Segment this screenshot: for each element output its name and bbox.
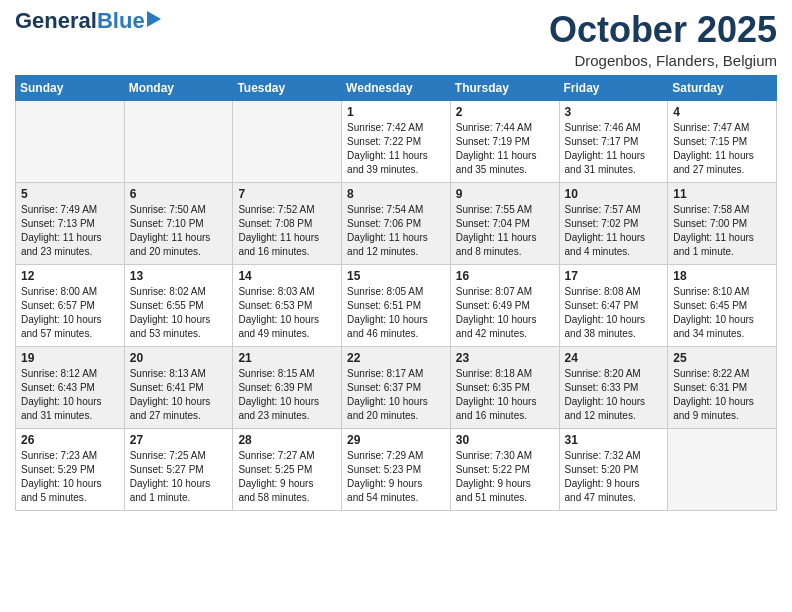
day-info: Sunrise: 8:13 AM Sunset: 6:41 PM Dayligh… (130, 367, 229, 423)
day-info: Sunrise: 8:20 AM Sunset: 6:33 PM Dayligh… (565, 367, 664, 423)
day-number: 28 (238, 433, 337, 447)
calendar-cell: 21Sunrise: 8:15 AM Sunset: 6:39 PM Dayli… (233, 346, 342, 428)
logo-general: General (15, 8, 97, 33)
calendar-cell: 4Sunrise: 7:47 AM Sunset: 7:15 PM Daylig… (668, 100, 777, 182)
day-info: Sunrise: 8:00 AM Sunset: 6:57 PM Dayligh… (21, 285, 120, 341)
day-number: 11 (673, 187, 772, 201)
day-number: 21 (238, 351, 337, 365)
calendar-cell: 6Sunrise: 7:50 AM Sunset: 7:10 PM Daylig… (124, 182, 233, 264)
calendar-cell: 31Sunrise: 7:32 AM Sunset: 5:20 PM Dayli… (559, 428, 668, 510)
day-number: 3 (565, 105, 664, 119)
header-tuesday: Tuesday (233, 75, 342, 100)
day-number: 16 (456, 269, 555, 283)
calendar-cell: 26Sunrise: 7:23 AM Sunset: 5:29 PM Dayli… (16, 428, 125, 510)
calendar-cell: 16Sunrise: 8:07 AM Sunset: 6:49 PM Dayli… (450, 264, 559, 346)
logo-arrow-icon (147, 11, 161, 27)
calendar-week-row-1: 5Sunrise: 7:49 AM Sunset: 7:13 PM Daylig… (16, 182, 777, 264)
day-number: 29 (347, 433, 446, 447)
day-number: 23 (456, 351, 555, 365)
calendar-week-row-0: 1Sunrise: 7:42 AM Sunset: 7:22 PM Daylig… (16, 100, 777, 182)
day-info: Sunrise: 7:50 AM Sunset: 7:10 PM Dayligh… (130, 203, 229, 259)
day-number: 2 (456, 105, 555, 119)
day-info: Sunrise: 7:25 AM Sunset: 5:27 PM Dayligh… (130, 449, 229, 505)
day-info: Sunrise: 8:10 AM Sunset: 6:45 PM Dayligh… (673, 285, 772, 341)
calendar-cell: 10Sunrise: 7:57 AM Sunset: 7:02 PM Dayli… (559, 182, 668, 264)
page: GeneralBlue October 2025 Drogenbos, Flan… (0, 0, 792, 612)
calendar-cell: 2Sunrise: 7:44 AM Sunset: 7:19 PM Daylig… (450, 100, 559, 182)
day-info: Sunrise: 7:23 AM Sunset: 5:29 PM Dayligh… (21, 449, 120, 505)
day-number: 19 (21, 351, 120, 365)
calendar-cell: 24Sunrise: 8:20 AM Sunset: 6:33 PM Dayli… (559, 346, 668, 428)
day-number: 1 (347, 105, 446, 119)
day-info: Sunrise: 7:57 AM Sunset: 7:02 PM Dayligh… (565, 203, 664, 259)
location: Drogenbos, Flanders, Belgium (549, 52, 777, 69)
month-title: October 2025 (549, 10, 777, 50)
day-number: 14 (238, 269, 337, 283)
calendar-cell (16, 100, 125, 182)
header-friday: Friday (559, 75, 668, 100)
day-number: 22 (347, 351, 446, 365)
calendar-cell: 11Sunrise: 7:58 AM Sunset: 7:00 PM Dayli… (668, 182, 777, 264)
day-number: 8 (347, 187, 446, 201)
calendar-week-row-3: 19Sunrise: 8:12 AM Sunset: 6:43 PM Dayli… (16, 346, 777, 428)
calendar-cell: 27Sunrise: 7:25 AM Sunset: 5:27 PM Dayli… (124, 428, 233, 510)
calendar-cell: 17Sunrise: 8:08 AM Sunset: 6:47 PM Dayli… (559, 264, 668, 346)
day-info: Sunrise: 7:27 AM Sunset: 5:25 PM Dayligh… (238, 449, 337, 505)
calendar-week-row-4: 26Sunrise: 7:23 AM Sunset: 5:29 PM Dayli… (16, 428, 777, 510)
calendar-cell: 14Sunrise: 8:03 AM Sunset: 6:53 PM Dayli… (233, 264, 342, 346)
day-info: Sunrise: 7:52 AM Sunset: 7:08 PM Dayligh… (238, 203, 337, 259)
day-number: 27 (130, 433, 229, 447)
calendar-cell: 12Sunrise: 8:00 AM Sunset: 6:57 PM Dayli… (16, 264, 125, 346)
logo-blue: Blue (97, 8, 145, 33)
day-info: Sunrise: 7:42 AM Sunset: 7:22 PM Dayligh… (347, 121, 446, 177)
day-number: 30 (456, 433, 555, 447)
weekday-header-row: Sunday Monday Tuesday Wednesday Thursday… (16, 75, 777, 100)
day-info: Sunrise: 8:02 AM Sunset: 6:55 PM Dayligh… (130, 285, 229, 341)
day-number: 31 (565, 433, 664, 447)
title-block: October 2025 Drogenbos, Flanders, Belgiu… (549, 10, 777, 69)
calendar-cell: 5Sunrise: 7:49 AM Sunset: 7:13 PM Daylig… (16, 182, 125, 264)
day-number: 12 (21, 269, 120, 283)
calendar-cell: 13Sunrise: 8:02 AM Sunset: 6:55 PM Dayli… (124, 264, 233, 346)
calendar-cell: 22Sunrise: 8:17 AM Sunset: 6:37 PM Dayli… (342, 346, 451, 428)
day-info: Sunrise: 8:03 AM Sunset: 6:53 PM Dayligh… (238, 285, 337, 341)
header-saturday: Saturday (668, 75, 777, 100)
day-number: 25 (673, 351, 772, 365)
day-info: Sunrise: 8:22 AM Sunset: 6:31 PM Dayligh… (673, 367, 772, 423)
day-number: 20 (130, 351, 229, 365)
calendar-cell: 19Sunrise: 8:12 AM Sunset: 6:43 PM Dayli… (16, 346, 125, 428)
day-info: Sunrise: 7:55 AM Sunset: 7:04 PM Dayligh… (456, 203, 555, 259)
calendar-cell: 8Sunrise: 7:54 AM Sunset: 7:06 PM Daylig… (342, 182, 451, 264)
day-info: Sunrise: 8:12 AM Sunset: 6:43 PM Dayligh… (21, 367, 120, 423)
day-info: Sunrise: 7:54 AM Sunset: 7:06 PM Dayligh… (347, 203, 446, 259)
calendar-cell: 9Sunrise: 7:55 AM Sunset: 7:04 PM Daylig… (450, 182, 559, 264)
day-info: Sunrise: 8:17 AM Sunset: 6:37 PM Dayligh… (347, 367, 446, 423)
calendar-cell: 28Sunrise: 7:27 AM Sunset: 5:25 PM Dayli… (233, 428, 342, 510)
calendar-cell: 29Sunrise: 7:29 AM Sunset: 5:23 PM Dayli… (342, 428, 451, 510)
day-info: Sunrise: 8:18 AM Sunset: 6:35 PM Dayligh… (456, 367, 555, 423)
day-info: Sunrise: 7:58 AM Sunset: 7:00 PM Dayligh… (673, 203, 772, 259)
calendar-cell (124, 100, 233, 182)
day-info: Sunrise: 8:07 AM Sunset: 6:49 PM Dayligh… (456, 285, 555, 341)
day-number: 24 (565, 351, 664, 365)
day-info: Sunrise: 7:49 AM Sunset: 7:13 PM Dayligh… (21, 203, 120, 259)
logo: GeneralBlue (15, 10, 161, 32)
calendar-cell (668, 428, 777, 510)
day-info: Sunrise: 7:29 AM Sunset: 5:23 PM Dayligh… (347, 449, 446, 505)
day-number: 10 (565, 187, 664, 201)
day-info: Sunrise: 8:08 AM Sunset: 6:47 PM Dayligh… (565, 285, 664, 341)
calendar-cell: 1Sunrise: 7:42 AM Sunset: 7:22 PM Daylig… (342, 100, 451, 182)
day-number: 4 (673, 105, 772, 119)
day-info: Sunrise: 7:30 AM Sunset: 5:22 PM Dayligh… (456, 449, 555, 505)
day-number: 6 (130, 187, 229, 201)
day-info: Sunrise: 7:46 AM Sunset: 7:17 PM Dayligh… (565, 121, 664, 177)
day-info: Sunrise: 8:05 AM Sunset: 6:51 PM Dayligh… (347, 285, 446, 341)
calendar-week-row-2: 12Sunrise: 8:00 AM Sunset: 6:57 PM Dayli… (16, 264, 777, 346)
calendar-cell: 18Sunrise: 8:10 AM Sunset: 6:45 PM Dayli… (668, 264, 777, 346)
calendar-cell (233, 100, 342, 182)
calendar-cell: 7Sunrise: 7:52 AM Sunset: 7:08 PM Daylig… (233, 182, 342, 264)
day-number: 18 (673, 269, 772, 283)
header-sunday: Sunday (16, 75, 125, 100)
header: GeneralBlue October 2025 Drogenbos, Flan… (15, 10, 777, 69)
header-thursday: Thursday (450, 75, 559, 100)
